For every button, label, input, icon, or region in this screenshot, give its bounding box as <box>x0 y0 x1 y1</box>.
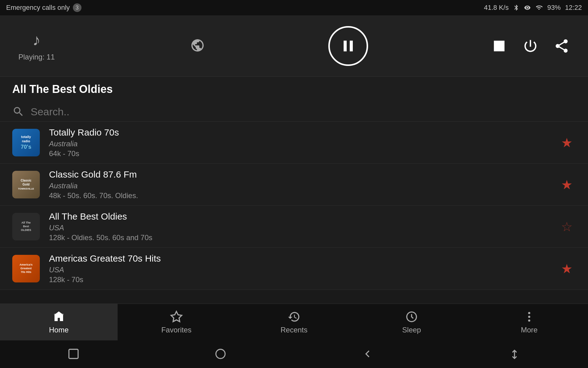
nav-home-label: Home <box>49 326 69 334</box>
station-item[interactable]: totallyradio70's Totally Radio 70s Austr… <box>0 122 588 164</box>
sys-square-button[interactable] <box>67 348 80 361</box>
svg-point-8 <box>216 349 225 358</box>
sys-home-button[interactable] <box>214 348 227 361</box>
station-country: Australia <box>49 140 558 148</box>
station-item[interactable]: ClassicGoldTOWNSVILLE Classic Gold 87.6 … <box>0 164 588 206</box>
status-right: 41.8 K/s 93% 12:22 <box>484 4 582 12</box>
station-logo: ClassicGoldTOWNSVILLE <box>12 171 40 198</box>
station-name: All The Best Oldies <box>49 211 558 222</box>
station-info: All The Best Oldies USA 128k - Oldies. 5… <box>49 211 558 242</box>
share-button[interactable] <box>554 38 570 54</box>
station-name: Classic Gold 87.6 Fm <box>49 169 558 180</box>
star-filled-icon: ★ <box>561 262 573 276</box>
station-name: Americas Greatest 70s Hits <box>49 253 558 264</box>
time-display: 12:22 <box>565 4 582 12</box>
status-left: Emergency calls only 3 <box>6 3 81 12</box>
star-filled-icon: ★ <box>561 178 573 192</box>
pause-button[interactable] <box>328 26 368 66</box>
favorites-icon <box>170 310 183 323</box>
playing-label: Playing: 11 <box>18 53 55 61</box>
svg-rect-1 <box>54 313 64 315</box>
station-logo: All TheBestOLDIES <box>12 213 40 240</box>
eye-icon <box>524 4 531 11</box>
station-bitrate: 128k - Oldies. 50s. 60s and 70s <box>49 233 558 242</box>
stop-button[interactable] <box>491 38 507 54</box>
wifi-icon <box>535 4 543 11</box>
station-info: Americas Greatest 70s Hits USA 128k - 70… <box>49 253 558 284</box>
sys-download-button[interactable] <box>508 348 521 361</box>
globe-icon-wrap <box>190 38 205 54</box>
station-item[interactable]: All TheBestOLDIES All The Best Oldies US… <box>0 206 588 248</box>
station-country: USA <box>49 224 558 232</box>
station-info: Classic Gold 87.6 Fm Australia 48k - 50s… <box>49 169 558 200</box>
nav-item-favorites[interactable]: Favorites <box>118 304 235 340</box>
svg-point-4 <box>528 312 530 314</box>
nav-item-more[interactable]: More <box>470 304 588 340</box>
notification-badge: 3 <box>73 3 81 12</box>
bottom-nav: Home Favorites Recents Sleep More <box>0 304 588 340</box>
svg-rect-7 <box>69 349 78 358</box>
favorite-button[interactable]: ★ <box>558 174 576 195</box>
station-bitrate: 64k - 70s <box>49 149 558 158</box>
system-nav <box>0 340 588 368</box>
station-country: USA <box>49 266 558 274</box>
station-info: Totally Radio 70s Australia 64k - 70s <box>49 127 558 158</box>
player-center <box>328 26 368 66</box>
network-speed: 41.8 K/s <box>484 4 509 12</box>
more-icon <box>523 310 536 323</box>
now-playing-title: All The Best Oldies <box>0 77 588 102</box>
svg-rect-0 <box>494 40 505 51</box>
favorite-button[interactable]: ★ <box>558 258 576 279</box>
station-item[interactable]: America'sGreatest70s Hits Americas Great… <box>0 248 588 290</box>
player-header: ♪ Playing: 11 <box>0 15 588 77</box>
station-name: Totally Radio 70s <box>49 127 558 138</box>
sleep-icon <box>405 310 418 323</box>
nav-sleep-label: Sleep <box>402 326 421 334</box>
nav-item-home[interactable]: Home <box>0 304 118 340</box>
star-filled-icon: ★ <box>561 136 573 150</box>
star-empty-icon: ☆ <box>561 220 573 234</box>
bluetooth-icon <box>513 4 520 11</box>
station-logo: totallyradio70's <box>12 129 40 156</box>
search-icon <box>12 105 24 118</box>
station-logo: America'sGreatest70s Hits <box>12 255 40 282</box>
sys-back-button[interactable] <box>361 348 374 361</box>
player-controls-right <box>491 38 570 54</box>
player-left: ♪ Playing: 11 <box>18 31 55 61</box>
emergency-text: Emergency calls only <box>6 4 70 12</box>
station-bitrate: 48k - 50s. 60s. 70s. Oldies. <box>49 191 558 200</box>
search-bar <box>0 102 588 122</box>
station-country: Australia <box>49 182 558 190</box>
station-bitrate: 128k - 70s <box>49 275 558 284</box>
nav-item-sleep[interactable]: Sleep <box>353 304 470 340</box>
svg-point-5 <box>528 316 530 318</box>
recents-icon <box>288 310 300 323</box>
home-icon <box>52 310 65 323</box>
battery-pct: 93% <box>547 4 561 12</box>
svg-point-6 <box>528 319 530 321</box>
favorite-button[interactable]: ★ <box>558 132 576 153</box>
favorite-button[interactable]: ☆ <box>558 216 576 237</box>
svg-marker-2 <box>171 311 182 321</box>
globe-icon <box>190 38 205 53</box>
nav-favorites-label: Favorites <box>161 326 192 334</box>
station-list: totallyradio70's Totally Radio 70s Austr… <box>0 122 588 290</box>
nav-item-recents[interactable]: Recents <box>235 304 353 340</box>
music-note-icon: ♪ <box>32 31 40 49</box>
power-button[interactable] <box>522 38 538 54</box>
nav-more-label: More <box>521 326 538 334</box>
search-input[interactable] <box>31 106 576 118</box>
status-bar: Emergency calls only 3 41.8 K/s 93% 12:2… <box>0 0 588 15</box>
nav-recents-label: Recents <box>281 326 307 334</box>
